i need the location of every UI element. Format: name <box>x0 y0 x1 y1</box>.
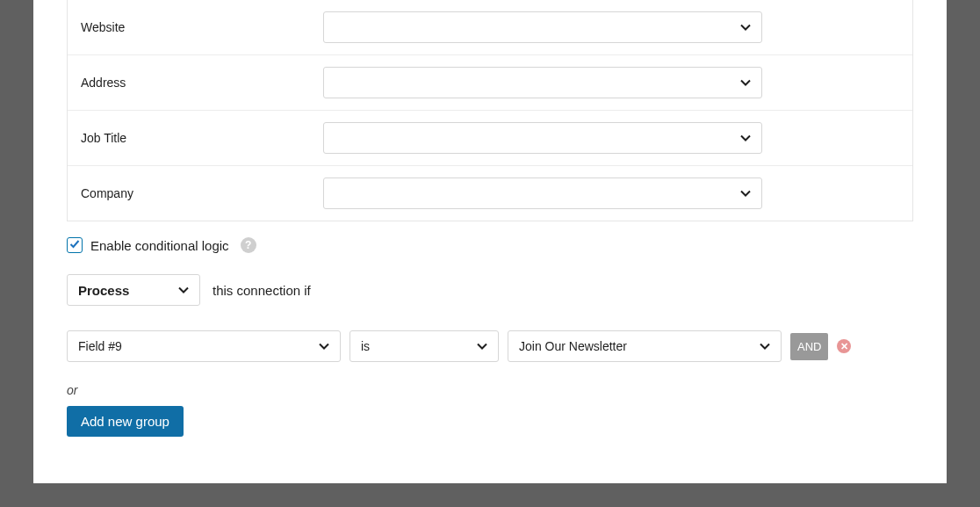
rule-value-select[interactable] <box>508 330 782 362</box>
close-icon: ✕ <box>840 341 848 352</box>
and-button[interactable]: AND <box>790 333 828 360</box>
field-row-address: Address <box>68 55 912 111</box>
enable-conditional-row: Enable conditional logic ? <box>67 237 913 253</box>
rule-operator-select[interactable] <box>349 330 499 362</box>
process-select[interactable] <box>67 274 200 306</box>
select-wrap <box>323 11 762 43</box>
field-row-website: Website <box>68 0 912 55</box>
company-select[interactable] <box>323 177 762 209</box>
enable-conditional-checkbox[interactable] <box>67 237 83 253</box>
process-row: this connection if <box>67 274 913 306</box>
job-title-select[interactable] <box>323 122 762 154</box>
rule-value-wrap <box>508 330 782 362</box>
field-mapping-panel: Website Address Job Title <box>67 0 913 221</box>
help-icon[interactable]: ? <box>241 237 256 253</box>
field-label: Job Title <box>81 131 323 145</box>
rule-field-select[interactable] <box>67 330 341 362</box>
add-new-group-button[interactable]: Add new group <box>67 406 184 437</box>
field-row-job-title: Job Title <box>68 111 912 166</box>
checkmark-icon <box>69 237 80 253</box>
select-wrap <box>323 122 762 154</box>
rule-operator-wrap <box>349 330 499 362</box>
enable-conditional-label: Enable conditional logic <box>90 238 229 253</box>
connection-if-text: this connection if <box>213 283 311 298</box>
address-select[interactable] <box>323 67 762 98</box>
conditional-logic-section: Enable conditional logic ? this connecti… <box>67 221 913 437</box>
rule-row: AND ✕ <box>67 330 913 362</box>
select-wrap <box>323 67 762 98</box>
page-container: Website Address Job Title <box>33 0 947 483</box>
field-label: Address <box>81 76 323 90</box>
or-label: or <box>67 383 913 397</box>
rule-field-wrap <box>67 330 341 362</box>
process-select-wrap <box>67 274 200 306</box>
field-label: Company <box>81 186 323 200</box>
field-label: Website <box>81 20 323 34</box>
website-select[interactable] <box>323 11 762 43</box>
remove-rule-button[interactable]: ✕ <box>837 339 851 353</box>
select-wrap <box>323 177 762 209</box>
field-row-company: Company <box>68 166 912 221</box>
